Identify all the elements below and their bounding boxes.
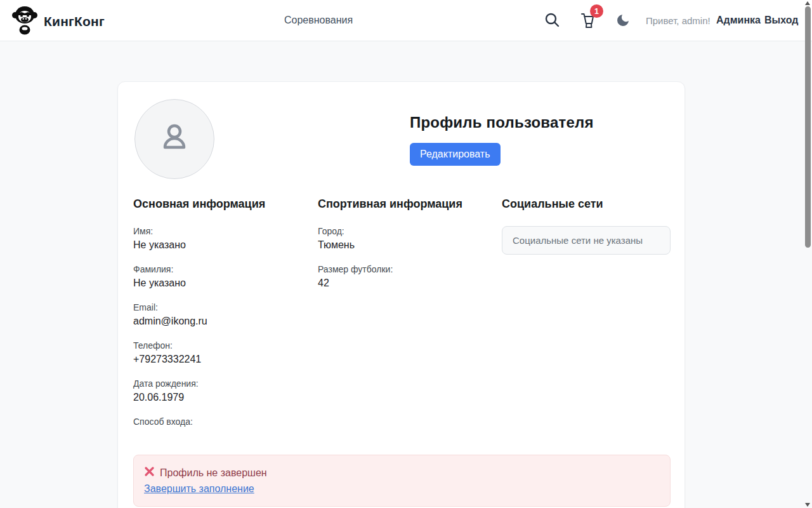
field-first-name: Имя: Не указано [133,226,304,251]
scroll-down-arrow[interactable] [805,503,810,507]
user-greeting: Привет, admin! [646,15,710,26]
field-last-name: Фамилия: Не указано [133,264,304,289]
edit-profile-button[interactable]: Редактировать [410,143,501,166]
section-title: Спортивная информация [318,197,489,211]
search-icon[interactable] [544,11,561,31]
person-icon [154,117,195,161]
dark-mode-moon-icon[interactable] [615,13,631,30]
app-window: КингКонг Соревнования 1 Привет, admin! А… [0,0,812,508]
navbar: КингКонг Соревнования 1 Привет, admin! А… [0,0,812,41]
profile-incomplete-alert: Профиль не завершен Завершить заполнение [133,455,671,507]
red-cross-icon [144,466,155,479]
brand-name: КингКонг [44,14,105,29]
profile-card: Профиль пользователя Редактировать Основ… [117,81,685,508]
alert-message: Профиль не завершен [160,467,267,479]
section-sport-info: Спортивная информация Город: Тюмень Разм… [318,197,489,302]
section-social-networks: Социальные сети Социальные сети не указа… [502,197,671,255]
complete-profile-link[interactable]: Завершить заполнение [144,483,254,495]
admin-panel-link[interactable]: Админка [716,15,761,26]
scroll-up-arrow[interactable] [805,1,810,5]
page-title: Профиль пользователя [410,114,594,131]
social-empty-notice: Социальные сети не указаны [502,226,671,255]
cart-badge: 1 [590,4,603,18]
nav-link-competitions[interactable]: Соревнования [284,15,353,26]
section-title: Социальные сети [502,197,671,211]
field-city: Город: Тюмень [318,226,489,251]
field-login-method: Способ входа: [133,417,304,427]
field-phone: Телефон: +79273332241 [133,340,304,365]
logout-link[interactable]: Выход [764,15,798,26]
section-title: Основная информация [133,197,304,211]
field-tshirt-size: Размер футболки: 42 [318,264,489,289]
avatar [134,99,214,179]
field-email: Email: admin@ikong.ru [133,302,304,327]
gorilla-logo-icon [11,5,38,38]
brand-home-link[interactable]: КингКонг [11,5,105,38]
field-birth-date: Дата рождения: 20.06.1979 [133,378,304,403]
vertical-scrollbar[interactable] [804,0,812,508]
scrollbar-thumb[interactable] [805,6,811,248]
section-basic-info: Основная информация Имя: Не указано Фами… [133,197,304,440]
